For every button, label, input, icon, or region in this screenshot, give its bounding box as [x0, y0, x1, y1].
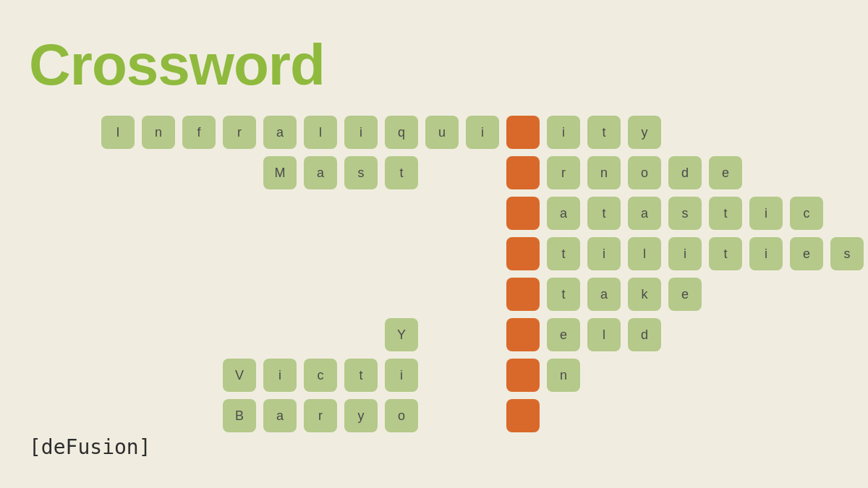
crossword-cell[interactable]: d: [668, 156, 702, 189]
crossword-cell[interactable]: i: [749, 237, 783, 270]
crossword-cell[interactable]: i: [547, 116, 580, 149]
crossword-cell[interactable]: s: [830, 237, 864, 270]
crossword-cell[interactable]: [506, 359, 540, 392]
crossword-cell[interactable]: [506, 278, 540, 311]
crossword-cell[interactable]: [506, 116, 540, 149]
crossword-cell[interactable]: q: [385, 116, 418, 149]
logo: [deFusion]: [29, 435, 151, 459]
crossword-cell[interactable]: t: [587, 116, 621, 149]
crossword-cell[interactable]: i: [466, 116, 499, 149]
crossword-cell[interactable]: r: [547, 156, 580, 189]
crossword-cell[interactable]: f: [182, 116, 216, 149]
crossword-cell[interactable]: a: [628, 197, 661, 230]
crossword-cell[interactable]: k: [628, 278, 661, 311]
crossword-cell[interactable]: I: [101, 116, 135, 149]
crossword-cell[interactable]: r: [223, 116, 256, 149]
crossword-cell[interactable]: l: [587, 318, 621, 351]
crossword-cell[interactable]: [506, 197, 540, 230]
crossword-cell[interactable]: t: [709, 197, 742, 230]
crossword-cell[interactable]: i: [668, 237, 702, 270]
crossword-cell[interactable]: [506, 399, 540, 432]
crossword-cell[interactable]: i: [344, 116, 378, 149]
crossword-cell[interactable]: n: [587, 156, 621, 189]
crossword-cell[interactable]: s: [668, 197, 702, 230]
crossword-cell[interactable]: t: [547, 278, 580, 311]
crossword-cell[interactable]: t: [344, 359, 378, 392]
crossword-cell[interactable]: d: [628, 318, 661, 351]
crossword-cell[interactable]: [506, 156, 540, 189]
crossword-cell[interactable]: t: [587, 197, 621, 230]
crossword-cell[interactable]: Y: [385, 318, 418, 351]
crossword-cell[interactable]: e: [790, 237, 823, 270]
crossword-cell[interactable]: i: [587, 237, 621, 270]
crossword-cell[interactable]: o: [628, 156, 661, 189]
crossword-cell[interactable]: e: [668, 278, 702, 311]
crossword-cell[interactable]: s: [344, 156, 378, 189]
crossword-cell[interactable]: [506, 318, 540, 351]
crossword-cell[interactable]: a: [263, 116, 297, 149]
crossword-cell[interactable]: a: [304, 156, 337, 189]
crossword-cell[interactable]: a: [263, 399, 297, 432]
crossword-cell[interactable]: a: [547, 197, 580, 230]
title: Crossword: [29, 32, 325, 98]
crossword-cell[interactable]: e: [547, 318, 580, 351]
crossword-cell[interactable]: t: [385, 156, 418, 189]
crossword-cell[interactable]: y: [344, 399, 378, 432]
crossword-cell[interactable]: M: [263, 156, 297, 189]
crossword-cell[interactable]: y: [628, 116, 661, 149]
crossword-cell[interactable]: n: [142, 116, 175, 149]
crossword-cell[interactable]: o: [385, 399, 418, 432]
crossword-cell[interactable]: l: [304, 116, 337, 149]
crossword-cell[interactable]: r: [304, 399, 337, 432]
crossword-cell[interactable]: c: [304, 359, 337, 392]
crossword-cell[interactable]: i: [749, 197, 783, 230]
crossword-cell[interactable]: a: [587, 278, 621, 311]
crossword-cell[interactable]: n: [547, 359, 580, 392]
crossword-cell[interactable]: c: [790, 197, 823, 230]
crossword-cell[interactable]: B: [223, 399, 256, 432]
crossword-cell[interactable]: i: [385, 359, 418, 392]
crossword-cell[interactable]: i: [263, 359, 297, 392]
crossword-cell[interactable]: t: [547, 237, 580, 270]
crossword-cell[interactable]: [506, 237, 540, 270]
crossword-cell[interactable]: t: [709, 237, 742, 270]
crossword-cell[interactable]: u: [425, 116, 459, 149]
crossword-cell[interactable]: l: [628, 237, 661, 270]
crossword-cell[interactable]: e: [709, 156, 742, 189]
crossword-cell[interactable]: V: [223, 359, 256, 392]
